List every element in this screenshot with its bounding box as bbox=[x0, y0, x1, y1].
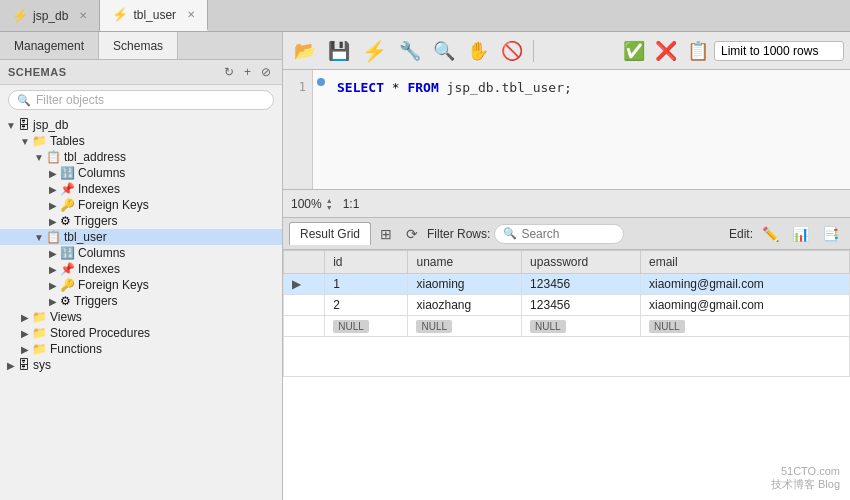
tab-result-grid[interactable]: Result Grid bbox=[289, 222, 371, 245]
tree-item-columns-2[interactable]: ▶ 🔢 Columns bbox=[0, 245, 282, 261]
tree-label-triggers-1: Triggers bbox=[74, 214, 118, 228]
open-file-button[interactable]: 📂 bbox=[289, 37, 321, 65]
tab-tbl-user[interactable]: ⚡ tbl_user ✕ bbox=[100, 0, 208, 31]
refresh-schemas-button[interactable]: ↻ bbox=[221, 64, 237, 80]
limit-box: ✅ ❌ 📋 bbox=[618, 37, 844, 65]
search-input[interactable] bbox=[521, 227, 601, 241]
tree-item-foreignkeys-1[interactable]: ▶ 🔑 Foreign Keys bbox=[0, 197, 282, 213]
edit-export-button[interactable]: 📊 bbox=[787, 223, 814, 245]
check-button[interactable]: ✅ bbox=[618, 37, 650, 65]
tree-item-triggers-2[interactable]: ▶ ⚙ Triggers bbox=[0, 293, 282, 309]
tree-item-stored-procedures[interactable]: ▶ 📁 Stored Procedures bbox=[0, 325, 282, 341]
tree-item-triggers-1[interactable]: ▶ ⚙ Triggers bbox=[0, 213, 282, 229]
tree-item-tbl-address[interactable]: ▼ 📋 tbl_address bbox=[0, 149, 282, 165]
line-dots bbox=[313, 70, 329, 189]
tree-item-jsp-db[interactable]: ▼ 🗄 jsp_db bbox=[0, 117, 282, 133]
cancel-button[interactable]: ❌ bbox=[650, 37, 682, 65]
status-bar: 100% ▲ ▼ 1:1 bbox=[283, 190, 850, 218]
limit-input[interactable] bbox=[714, 41, 844, 61]
tree-item-tables[interactable]: ▼ 📁 Tables bbox=[0, 133, 282, 149]
toolbar-separator bbox=[533, 40, 534, 62]
edit-pencil-button[interactable]: ✏️ bbox=[757, 223, 784, 245]
col-header-upassword[interactable]: upassword bbox=[522, 251, 641, 274]
tab-active-lightning-icon: ⚡ bbox=[112, 7, 128, 22]
tree-label-sys: sys bbox=[33, 358, 51, 372]
cell-id-2: 2 bbox=[325, 295, 408, 316]
sql-content[interactable]: SELECT * FROM jsp_db.tbl_user; bbox=[329, 70, 850, 189]
zoom-value: 100% bbox=[291, 197, 322, 211]
search-icon: 🔍 bbox=[503, 227, 517, 240]
tree-label-tables: Tables bbox=[50, 134, 85, 148]
tree-item-views[interactable]: ▶ 📁 Views bbox=[0, 309, 282, 325]
save-button[interactable]: 💾 bbox=[323, 37, 355, 65]
tree-arrow-stored-procedures: ▶ bbox=[18, 328, 32, 339]
tab-tbl-user-label: tbl_user bbox=[133, 8, 176, 22]
indexes-icon-2: 📌 bbox=[60, 262, 75, 276]
tree-item-indexes-1[interactable]: ▶ 📌 Indexes bbox=[0, 181, 282, 197]
data-table: id uname upassword email ▶ 1 xiaoming 12… bbox=[283, 250, 850, 377]
col-header-email[interactable]: email bbox=[640, 251, 849, 274]
tab-jsp-db[interactable]: ⚡ jsp_db ✕ bbox=[0, 0, 100, 31]
close-active-tab-icon[interactable]: ✕ bbox=[187, 9, 195, 20]
watermark-line1: 51CTO.com bbox=[771, 465, 840, 477]
tree-item-sys[interactable]: ▶ 🗄 sys bbox=[0, 357, 282, 373]
tab-lightning-icon: ⚡ bbox=[12, 8, 28, 23]
zoom-arrows[interactable]: ▲ ▼ bbox=[326, 197, 333, 211]
line-numbers: 1 bbox=[283, 70, 313, 189]
views-icon: 📁 bbox=[32, 310, 47, 324]
zoom-up-arrow: ▲ bbox=[326, 197, 333, 204]
tree-arrow-jsp-db: ▼ bbox=[4, 120, 18, 131]
execute-button[interactable]: ⚡ bbox=[357, 36, 392, 66]
filter-search-icon: 🔍 bbox=[17, 94, 31, 107]
sys-db-icon: 🗄 bbox=[18, 358, 30, 372]
tab-management[interactable]: Management bbox=[0, 32, 99, 59]
close-tab-icon[interactable]: ✕ bbox=[79, 10, 87, 21]
execute-selection-button[interactable]: 🔧 bbox=[394, 37, 426, 65]
edit-more-button[interactable]: 📑 bbox=[817, 223, 844, 245]
tree-item-columns-1[interactable]: ▶ 🔢 Columns bbox=[0, 165, 282, 181]
more-schemas-button[interactable]: ⊘ bbox=[258, 64, 274, 80]
foreignkeys-icon-1: 🔑 bbox=[60, 198, 75, 212]
cell-email-2: xiaoming@gmail.com bbox=[640, 295, 849, 316]
triggers-icon-2: ⚙ bbox=[60, 294, 71, 308]
copy-button[interactable]: 📋 bbox=[682, 37, 714, 65]
col-header-id[interactable]: id bbox=[325, 251, 408, 274]
col-header-uname[interactable]: uname bbox=[408, 251, 522, 274]
indexes-icon-1: 📌 bbox=[60, 182, 75, 196]
tree-arrow-sys: ▶ bbox=[4, 360, 18, 371]
tree-item-indexes-2[interactable]: ▶ 📌 Indexes bbox=[0, 261, 282, 277]
cell-id-1: 1 bbox=[325, 274, 408, 295]
grid-toggle-button[interactable]: ⊞ bbox=[375, 223, 397, 245]
row-indicator-2 bbox=[284, 295, 325, 316]
tree-item-tbl-user[interactable]: ▼ 📋 tbl_user bbox=[0, 229, 282, 245]
tree-arrow-tbl-user: ▼ bbox=[32, 232, 46, 243]
schemas-title: SCHEMAS bbox=[8, 66, 67, 78]
table-row[interactable]: 2 xiaozhang 123456 xiaoming@gmail.com bbox=[284, 295, 850, 316]
tree-label-tbl-user: tbl_user bbox=[64, 230, 107, 244]
tree-arrow-indexes-2: ▶ bbox=[46, 264, 60, 275]
schemas-actions: ↻ + ⊘ bbox=[221, 64, 274, 80]
explain-button[interactable]: 🔍 bbox=[428, 37, 460, 65]
tree-label-foreignkeys-2: Foreign Keys bbox=[78, 278, 149, 292]
zoom-control[interactable]: 100% ▲ ▼ bbox=[291, 197, 333, 211]
tree-item-foreignkeys-2[interactable]: ▶ 🔑 Foreign Keys bbox=[0, 277, 282, 293]
table-row-null: NULL NULL NULL NULL bbox=[284, 316, 850, 337]
cell-upassword-2: 123456 bbox=[522, 295, 641, 316]
table-icon-user: 📋 bbox=[46, 230, 61, 244]
add-schema-button[interactable]: + bbox=[241, 64, 254, 80]
stop-button[interactable]: ✋ bbox=[462, 37, 494, 65]
tab-schemas[interactable]: Schemas bbox=[99, 32, 178, 59]
database-icon: 🗄 bbox=[18, 118, 30, 132]
tree-arrow-tables: ▼ bbox=[18, 136, 32, 147]
data-table-wrap: id uname upassword email ▶ 1 xiaoming 12… bbox=[283, 250, 850, 500]
table-row[interactable]: ▶ 1 xiaoming 123456 xiaoming@gmail.com bbox=[284, 274, 850, 295]
triggers-icon-1: ⚙ bbox=[60, 214, 71, 228]
tree-label-columns-2: Columns bbox=[78, 246, 125, 260]
filter-input[interactable] bbox=[36, 93, 265, 107]
null-cell-4: NULL bbox=[640, 316, 849, 337]
kill-button[interactable]: 🚫 bbox=[496, 37, 528, 65]
cell-upassword-1: 123456 bbox=[522, 274, 641, 295]
refresh-result-button[interactable]: ⟳ bbox=[401, 223, 423, 245]
tree-item-functions[interactable]: ▶ 📁 Functions bbox=[0, 341, 282, 357]
tree-arrow-tbl-address: ▼ bbox=[32, 152, 46, 163]
